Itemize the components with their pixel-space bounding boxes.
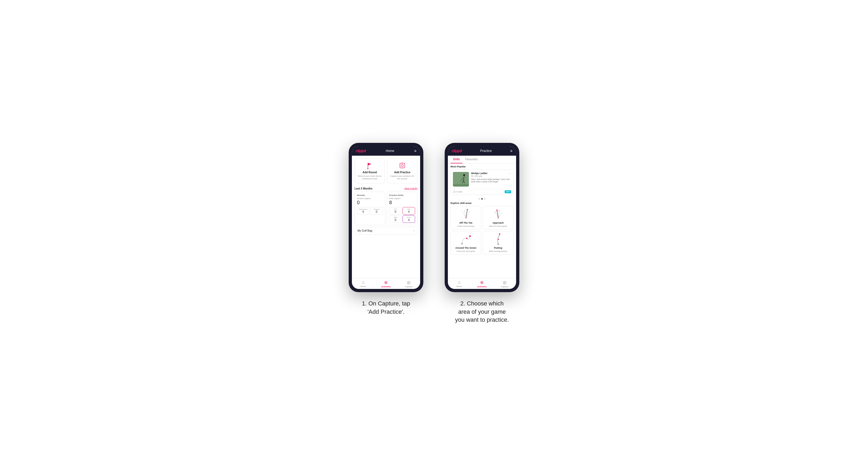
home-nav-icon: ⌂: [362, 280, 365, 285]
drills-capture-label: Drills Capture: [389, 197, 415, 199]
rounds-box: Rounds Rounds Capture 0 Tournament 0 Pra…: [354, 192, 385, 225]
phone-frame-2: clippd Practice ≡ Drills Favourites Most…: [445, 143, 519, 292]
drill-card-inner: Wedge Ladder ☆ 50–100 yds Play 1 shot at…: [451, 170, 513, 189]
drill-footer: 🕐 9 shots APP: [451, 189, 513, 195]
nav-home-2[interactable]: ⌂ Home: [448, 280, 470, 288]
phone-screen-1: clippd Home ≡: [352, 146, 420, 289]
svg-point-3: [401, 164, 403, 166]
svg-point-18: [467, 209, 468, 210]
nav-capture-2[interactable]: ◎ Capture: [493, 280, 516, 288]
drill-yardage: 50–100 yds: [471, 175, 511, 177]
most-popular-label: Most Popular: [448, 165, 516, 169]
approach-subtitle: Dial-in to hit the green: [489, 225, 507, 227]
skill-grid: Off The Tee Power and accuracy: [448, 206, 516, 254]
putting-subtitle: Make and lag practice: [489, 250, 507, 252]
svg-point-25: [469, 236, 471, 237]
off-the-tee-icon: [459, 209, 473, 220]
drill-description: Play 1 shot at each target yardage. If y…: [471, 178, 511, 183]
nav-capture-1[interactable]: ◎ Capture: [398, 280, 420, 288]
last-3-months-label: Last 3 Months: [354, 187, 372, 190]
activities-nav-label-2: Activities: [477, 285, 487, 288]
rounds-header: Rounds: [357, 194, 383, 196]
explore-label: Explore skill areas: [448, 201, 516, 206]
add-practice-title: Add Practice: [394, 171, 410, 174]
action-cards: Add Round Record your shots fast or enha…: [352, 156, 420, 186]
app-badge: APP: [505, 190, 511, 193]
svg-point-27: [466, 238, 467, 239]
skill-card-off-the-tee[interactable]: Off The Tee Power and accuracy: [451, 206, 481, 229]
arg-stat: ARG 0: [389, 215, 402, 223]
arg-value: 0: [391, 218, 400, 221]
header-title-2: Practice: [480, 149, 492, 153]
drill-title: Wedge Ladder: [471, 172, 488, 175]
app-logo-1: clippd: [355, 149, 366, 153]
golf-bag-label: My Golf Bag: [358, 229, 372, 232]
dot-2: [481, 198, 483, 200]
svg-point-1: [367, 168, 368, 169]
add-round-card[interactable]: Add Round Record your shots fast or enha…: [354, 158, 385, 183]
rounds-capture-value: 0: [357, 200, 383, 206]
dot-3: [484, 198, 486, 200]
app-logo-2: clippd: [452, 149, 462, 153]
putt-stat: PUTT 4: [403, 215, 415, 223]
shots-info: 🕐 9 shots: [453, 191, 463, 193]
practice-drills-box: Practice Drills Drills Capture 8 OTT 0 A…: [387, 192, 417, 225]
star-icon[interactable]: ☆: [509, 172, 511, 175]
bottom-nav-2: ⌂ Home ⊕ Activities ◎ Capture: [448, 278, 516, 289]
app-stat: APP 4: [403, 207, 415, 215]
hamburger-icon-2[interactable]: ≡: [510, 149, 513, 153]
practice-content: Most Popular: [448, 164, 516, 278]
skill-card-approach[interactable]: Approach Dial-in to hit the green: [483, 206, 514, 229]
flag-icon: [366, 161, 374, 170]
tournament-value: 0: [359, 210, 368, 213]
practice-value: 0: [372, 210, 381, 213]
tab-favourites[interactable]: Favourites: [463, 156, 480, 163]
phone-screen-2: clippd Practice ≡ Drills Favourites Most…: [448, 146, 516, 289]
svg-point-29: [497, 243, 499, 245]
view-activity-link[interactable]: View Activity: [404, 187, 417, 190]
activities-nav-label: Activities: [381, 285, 391, 288]
svg-rect-2: [400, 163, 405, 168]
phone-section-1: clippd Home ≡: [349, 143, 423, 316]
nav-activities-2[interactable]: ⊕ Activities: [470, 280, 493, 288]
atg-icon: [459, 234, 473, 246]
bottom-nav-1: ⌂ Home ⊕ Activities ◎ Capture: [352, 278, 420, 289]
app-value: 4: [404, 210, 413, 213]
app-header-1: clippd Home ≡: [352, 146, 420, 156]
svg-point-7: [463, 174, 465, 176]
tournament-label: Tournament: [359, 209, 368, 210]
add-practice-card[interactable]: Add Practice Capture your practice off-t…: [387, 158, 417, 183]
home-nav-label: Home: [361, 285, 366, 288]
svg-line-14: [461, 211, 466, 218]
drill-title-row: Wedge Ladder ☆: [471, 172, 511, 175]
dots-indicator: [448, 197, 516, 201]
page-wrapper: clippd Home ≡: [274, 143, 594, 324]
nav-home-1[interactable]: ⌂ Home: [352, 280, 375, 288]
add-practice-subtitle: Capture your practice off-the-course: [390, 175, 415, 181]
off-the-tee-subtitle: Power and accuracy: [458, 225, 474, 227]
stats-section-header: Last 3 Months View Activity: [352, 186, 420, 192]
tab-drills[interactable]: Drills: [451, 156, 463, 163]
nav-activities-1[interactable]: ⊕ Activities: [375, 280, 397, 288]
activities-nav-icon: ⊕: [384, 280, 388, 285]
svg-point-28: [499, 234, 500, 235]
add-round-subtitle: Record your shots fast or enhanced mode: [357, 175, 382, 181]
practice-stat: Practice 0: [370, 207, 383, 215]
capture-nav-icon-2: ◎: [503, 280, 506, 285]
screen-content-1: Add Round Record your shots fast or enha…: [352, 156, 420, 278]
featured-drill-card[interactable]: Wedge Ladder ☆ 50–100 yds Play 1 shot at…: [451, 169, 514, 195]
skill-card-atg[interactable]: Around The Green Hone your short game: [451, 231, 481, 254]
activities-nav-icon-2: ⊕: [480, 280, 484, 285]
skill-card-putting[interactable]: Putting Make and lag practice: [483, 231, 514, 254]
atg-title: Around The Green: [455, 247, 476, 249]
rounds-capture-label: Rounds Capture: [357, 197, 383, 199]
caption-1: 1. On Capture, tap'Add Practice'.: [362, 300, 410, 316]
golf-bag-row[interactable]: My Golf Bag ›: [354, 227, 417, 235]
approach-title: Approach: [492, 221, 503, 224]
putt-value: 4: [404, 218, 413, 221]
svg-point-30: [498, 239, 499, 240]
drill-info: Wedge Ladder ☆ 50–100 yds Play 1 shot at…: [471, 172, 511, 187]
hamburger-icon-1[interactable]: ≡: [414, 149, 416, 153]
capture-nav-icon: ◎: [407, 280, 410, 285]
dot-1: [478, 198, 480, 200]
